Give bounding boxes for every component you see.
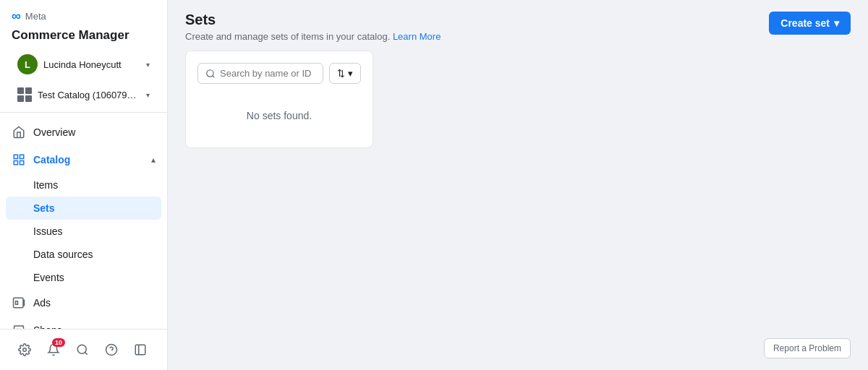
avatar: L xyxy=(17,54,38,74)
catalog-chevron-icon: ▾ xyxy=(146,91,150,99)
overview-icon xyxy=(12,125,26,139)
user-selector[interactable]: L Lucinda Honeycutt ▾ xyxy=(12,50,156,79)
svg-point-13 xyxy=(207,69,213,76)
svg-rect-1 xyxy=(20,155,24,158)
expand-btn[interactable] xyxy=(127,337,153,363)
svg-rect-0 xyxy=(14,155,17,158)
sidebar-item-data-sources[interactable]: Data sources xyxy=(0,243,167,266)
notifications-btn[interactable]: 10 xyxy=(41,337,67,363)
sidebar-item-items[interactable]: Items xyxy=(0,173,167,197)
catalog-name: Test Catalog (106079406783.... xyxy=(38,90,140,100)
sidebar-item-issues[interactable]: Issues xyxy=(0,220,167,243)
report-problem-button[interactable]: Report a Problem xyxy=(764,338,851,358)
sets-label: Sets xyxy=(33,202,55,214)
meta-logo: ∞ Meta xyxy=(12,9,156,24)
sidebar-footer: 10 xyxy=(0,329,167,370)
sidebar-header: ∞ Meta Commerce Manager L Lucinda Honeyc… xyxy=(0,0,167,113)
meta-brand-label: Meta xyxy=(25,11,46,22)
user-chevron-icon: ▾ xyxy=(146,61,150,69)
sidebar-item-shops[interactable]: Shops xyxy=(0,317,167,329)
shops-icon xyxy=(12,323,26,329)
sort-dropdown-icon: ▾ xyxy=(348,68,353,79)
sidebar: ∞ Meta Commerce Manager L Lucinda Honeyc… xyxy=(0,0,168,370)
catalog-selector[interactable]: Test Catalog (106079406783.... ▾ xyxy=(12,83,156,106)
ads-icon xyxy=(12,296,26,310)
app-title: Commerce Manager xyxy=(12,28,156,43)
catalog-section: Catalog ▴ Items Sets Issues Data sources… xyxy=(0,146,167,289)
catalog-nav-icon xyxy=(12,152,26,167)
search-input[interactable] xyxy=(220,68,315,79)
catalog-grid-icon xyxy=(17,87,32,102)
sets-panel: ⇅ ▾ No sets found. xyxy=(185,51,373,148)
events-label: Events xyxy=(33,272,64,283)
svg-point-6 xyxy=(23,348,27,352)
issues-label: Issues xyxy=(33,225,62,237)
search-icon xyxy=(205,69,216,79)
search-box[interactable] xyxy=(197,63,323,84)
catalog-sub-nav: Items Sets Issues Data sources Events xyxy=(0,173,167,289)
svg-line-8 xyxy=(85,352,87,354)
items-label: Items xyxy=(33,179,58,191)
no-sets-message: No sets found. xyxy=(197,95,361,136)
help-btn[interactable] xyxy=(98,337,124,363)
catalog-toggle-icon: ▴ xyxy=(151,155,156,165)
svg-rect-2 xyxy=(14,161,17,165)
create-set-button[interactable]: Create set ▾ xyxy=(769,12,851,35)
sort-icon: ⇅ xyxy=(337,68,345,79)
sort-button[interactable]: ⇅ ▾ xyxy=(329,63,361,84)
main-content: ⇅ ▾ No sets found. xyxy=(168,51,868,370)
svg-rect-3 xyxy=(20,161,24,165)
main-area: Create set ▾ Sets Create and manage sets… xyxy=(168,0,868,370)
settings-footer-btn[interactable] xyxy=(12,337,38,363)
svg-point-7 xyxy=(77,345,86,353)
sidebar-item-overview[interactable]: Overview xyxy=(0,119,167,146)
data-sources-label: Data sources xyxy=(33,249,93,260)
sidebar-nav: Overview Catalog ▴ Items Sets xyxy=(0,113,167,329)
svg-rect-4 xyxy=(16,301,18,305)
page-title: Sets xyxy=(185,12,851,28)
learn-more-link[interactable]: Learn More xyxy=(393,31,441,42)
svg-rect-11 xyxy=(135,345,145,355)
user-name: Lucinda Honeycutt xyxy=(43,59,140,70)
notification-badge: 10 xyxy=(52,338,65,347)
subtitle-text: Create and manage sets of items in your … xyxy=(185,31,390,42)
page-header: Sets Create and manage sets of items in … xyxy=(168,0,868,51)
report-problem-label: Report a Problem xyxy=(773,343,841,353)
sidebar-item-sets[interactable]: Sets xyxy=(6,197,161,220)
meta-logo-icon: ∞ xyxy=(12,9,21,24)
sidebar-item-ads-label: Ads xyxy=(33,297,51,309)
sidebar-item-catalog-label: Catalog xyxy=(33,154,70,165)
create-set-dropdown-icon: ▾ xyxy=(834,17,839,29)
page-subtitle: Create and manage sets of items in your … xyxy=(185,31,851,42)
svg-line-14 xyxy=(213,75,215,77)
create-set-label: Create set xyxy=(780,17,830,29)
sidebar-item-catalog[interactable]: Catalog ▴ xyxy=(0,146,167,173)
search-footer-btn[interactable] xyxy=(69,337,95,363)
sidebar-item-ads[interactable]: Ads xyxy=(0,289,167,317)
sidebar-item-events[interactable]: Events xyxy=(0,266,167,289)
search-sort-row: ⇅ ▾ xyxy=(197,63,361,84)
sidebar-item-overview-label: Overview xyxy=(33,126,75,138)
